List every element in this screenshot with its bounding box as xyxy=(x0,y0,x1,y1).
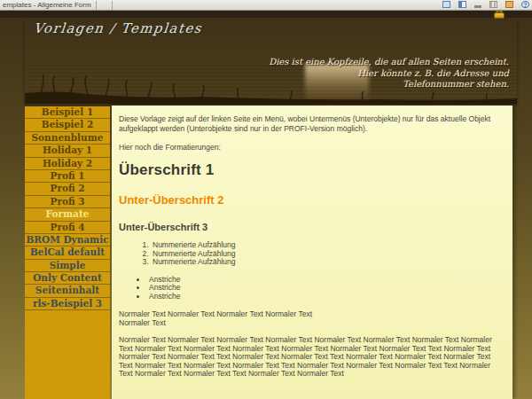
window-title-bar xyxy=(0,11,532,18)
sidebar-item-only-content[interactable]: Only Content xyxy=(25,272,110,285)
browser-toolbar-icons: ? xyxy=(442,1,529,8)
formats-line: Hier noch die Formatierungen: xyxy=(119,143,504,153)
header-tagline: Dies ist eine Kopfzeile, die auf allen S… xyxy=(269,57,509,90)
toolbar-separator xyxy=(112,1,113,10)
normal-text-line: Normaler Text xyxy=(119,318,504,327)
sidebar-item-brom-dynamic[interactable]: BROM Dynamic xyxy=(25,234,110,246)
sidebar-item-profi-3[interactable]: Profi 3 xyxy=(25,196,110,208)
intro-paragraph: Diese Vorlage zeigt auf der linken Seite… xyxy=(119,114,504,134)
numbered-list: Nummerierte AufzählungNummerierte Aufzäh… xyxy=(119,241,504,267)
list-item: Anstriche xyxy=(147,284,504,293)
heading-3: Unter-Überschrift 3 xyxy=(119,222,504,232)
sidebar-menu: Beispiel 1Beispiel 2SonnenblumeHoliday 1… xyxy=(25,106,110,310)
toolbar-separator xyxy=(96,1,97,10)
sidebar-item-holiday-1[interactable]: Holiday 1 xyxy=(25,145,110,157)
bullet-list: AnstricheAnstricheAnstriche xyxy=(119,276,504,301)
content-panel: Diese Vorlage zeigt auf der linken Seite… xyxy=(112,106,512,399)
minimize-icon[interactable] xyxy=(474,5,481,8)
browser-tab-title[interactable]: emplates - Allgemeine Formate für Texte … xyxy=(3,1,91,10)
sidebar-item-formate[interactable]: Formate xyxy=(25,208,110,221)
help-icon[interactable]: ? xyxy=(521,1,529,8)
sidebar-item-beispiel-1[interactable]: Beispiel 1 xyxy=(25,106,110,119)
site-title: Vorlagen / Templates xyxy=(33,20,203,36)
sidebar-item-belcal-default[interactable]: BelCal default xyxy=(25,246,110,259)
normal-text-paragraph-long: Normaler Text Normaler Text Normaler Tex… xyxy=(119,336,504,379)
tagline-line: Dies ist eine Kopfzeile, die auf allen S… xyxy=(269,57,509,68)
heading-2: Unter-Überschrift 2 xyxy=(119,193,504,207)
sidebar-item-simple[interactable]: Simple xyxy=(25,260,110,272)
sidebar-item-profi-2[interactable]: Profi 2 xyxy=(25,183,110,195)
sidebar-item-rls-beispiel-3[interactable]: rls-Beispiel 3 xyxy=(25,298,110,310)
normal-text-paragraph: Normaler Text Normaler Text Normaler Tex… xyxy=(119,309,504,327)
bookmark-icon[interactable] xyxy=(505,1,513,8)
grid-icon[interactable] xyxy=(489,1,497,8)
tagline-line: Telefonnummer stehen. xyxy=(269,79,509,90)
sidebar-item-beispiel-2[interactable]: Beispiel 2 xyxy=(25,119,110,131)
sidebar: Beispiel 1Beispiel 2SonnenblumeHoliday 1… xyxy=(25,104,110,399)
header-image: Vorlagen / Templates Dies ist eine Kopfz… xyxy=(25,18,517,104)
panels-icon[interactable] xyxy=(458,1,466,8)
list-item: Anstriche xyxy=(147,276,504,285)
sidebar-item-holiday-2[interactable]: Holiday 2 xyxy=(25,158,110,170)
lock-icon xyxy=(494,10,505,19)
sidebar-item-profi-4[interactable]: Profi 4 xyxy=(25,222,110,234)
tagline-line: Hier könnte z. B. die Adresse und xyxy=(269,68,509,80)
list-item: Anstriche xyxy=(147,293,504,301)
sidebar-item-seiteninhalt[interactable]: Seiteninhalt xyxy=(25,285,110,297)
list-item: Nummerierte Aufzählung xyxy=(151,258,504,267)
lock-body xyxy=(494,12,505,19)
browser-chrome-bar: emplates - Allgemeine Formate für Texte … xyxy=(0,0,532,11)
sidebar-item-sonnenblume[interactable]: Sonnenblume xyxy=(25,132,110,145)
normal-text-line: Normaler Text Normaler Text Normaler Tex… xyxy=(119,309,504,318)
print-icon[interactable] xyxy=(442,1,450,8)
heading-1: Überschrift 1 xyxy=(119,161,504,179)
sidebar-item-profi-1[interactable]: Profi 1 xyxy=(25,170,110,183)
